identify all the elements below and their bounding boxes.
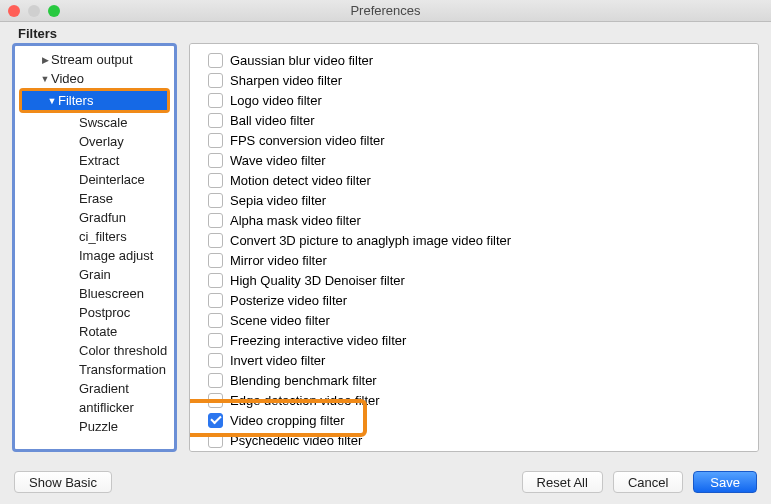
sidebar-item-transformation[interactable]: Transformation	[15, 360, 174, 379]
filter-row[interactable]: Freezing interactive video filter	[192, 330, 758, 350]
sidebar-item-stream-output[interactable]: ▶Stream output	[15, 50, 174, 69]
filter-row[interactable]: FPS conversion video filter	[192, 130, 758, 150]
reset-all-button[interactable]: Reset All	[522, 471, 603, 493]
sidebar-item-swscale[interactable]: Swscale	[15, 113, 174, 132]
filter-row[interactable]: Ball video filter	[192, 110, 758, 130]
checkbox[interactable]	[208, 53, 223, 68]
main-area: ▶Stream output▼Video▼FiltersSwscaleOverl…	[0, 43, 771, 460]
save-button[interactable]: Save	[693, 471, 757, 493]
sidebar-item-label: Rotate	[79, 324, 117, 339]
filter-label: Gaussian blur video filter	[230, 53, 373, 68]
filter-label: Scene video filter	[230, 313, 330, 328]
close-icon[interactable]	[8, 5, 20, 17]
filter-label: Freezing interactive video filter	[230, 333, 406, 348]
sidebar-item-label: ci_filters	[79, 229, 127, 244]
sidebar-item-label: Deinterlace	[79, 172, 145, 187]
filter-label: Edge detection video filter	[230, 393, 380, 408]
filter-row[interactable]: Psychedelic video filter	[192, 430, 758, 450]
zoom-icon[interactable]	[48, 5, 60, 17]
sidebar-item-label: Color threshold	[79, 343, 167, 358]
sidebar-item-rotate[interactable]: Rotate	[15, 322, 174, 341]
checkbox[interactable]	[208, 173, 223, 188]
sidebar-item-label: Postproc	[79, 305, 130, 320]
sidebar-item-overlay[interactable]: Overlay	[15, 132, 174, 151]
filter-row[interactable]: Video cropping filter	[192, 410, 758, 430]
checkbox[interactable]	[208, 293, 223, 308]
filter-label: Wave video filter	[230, 153, 326, 168]
checkbox[interactable]	[208, 373, 223, 388]
sidebar-item-bluescreen[interactable]: Bluescreen	[15, 284, 174, 303]
sidebar-item-deinterlace[interactable]: Deinterlace	[15, 170, 174, 189]
sidebar-item-gradfun[interactable]: Gradfun	[15, 208, 174, 227]
sidebar-item-label: antiflicker	[79, 400, 134, 415]
filter-label: Sepia video filter	[230, 193, 326, 208]
filter-row[interactable]: Posterize video filter	[192, 290, 758, 310]
sidebar-item-antiflicker[interactable]: antiflicker	[15, 398, 174, 417]
sidebar-item-ci-filters[interactable]: ci_filters	[15, 227, 174, 246]
checkbox[interactable]	[208, 193, 223, 208]
tutorial-highlight-sidebar: ▼Filters	[19, 88, 170, 113]
checkbox[interactable]	[208, 133, 223, 148]
sidebar-item-label: Stream output	[51, 52, 133, 67]
sidebar-item-postproc[interactable]: Postproc	[15, 303, 174, 322]
chevron-right-icon: ▶	[39, 55, 51, 65]
checkbox[interactable]	[208, 433, 223, 448]
filter-row[interactable]: Edge detection video filter	[192, 390, 758, 410]
filter-row[interactable]: Mirror video filter	[192, 250, 758, 270]
filter-row[interactable]: Invert video filter	[192, 350, 758, 370]
checkbox[interactable]	[208, 313, 223, 328]
filter-label: Mirror video filter	[230, 253, 327, 268]
sidebar-item-label: Filters	[58, 93, 93, 108]
chevron-down-icon: ▼	[46, 96, 58, 106]
filter-label: High Quality 3D Denoiser filter	[230, 273, 405, 288]
filter-row[interactable]: Gaussian blur video filter	[192, 50, 758, 70]
sidebar-item-erase[interactable]: Erase	[15, 189, 174, 208]
filter-row[interactable]: Alpha mask video filter	[192, 210, 758, 230]
sidebar-item-grain[interactable]: Grain	[15, 265, 174, 284]
sidebar-item-extract[interactable]: Extract	[15, 151, 174, 170]
filter-list[interactable]: Gaussian blur video filterSharpen video …	[189, 43, 759, 452]
checkbox[interactable]	[208, 333, 223, 348]
sidebar-item-puzzle[interactable]: Puzzle	[15, 417, 174, 436]
checkbox[interactable]	[208, 113, 223, 128]
checkbox[interactable]	[208, 393, 223, 408]
checkbox[interactable]	[208, 413, 223, 428]
filter-row[interactable]: High Quality 3D Denoiser filter	[192, 270, 758, 290]
sidebar-item-video[interactable]: ▼Video	[15, 69, 174, 88]
sidebar-tree[interactable]: ▶Stream output▼Video▼FiltersSwscaleOverl…	[12, 43, 177, 452]
sidebar-item-gradient[interactable]: Gradient	[15, 379, 174, 398]
filter-row[interactable]: Scene video filter	[192, 310, 758, 330]
sidebar-item-image-adjust[interactable]: Image adjust	[15, 246, 174, 265]
filter-label: Ball video filter	[230, 113, 315, 128]
checkbox[interactable]	[208, 73, 223, 88]
footer: Show Basic Reset All Cancel Save	[0, 460, 771, 504]
checkbox[interactable]	[208, 213, 223, 228]
filter-row[interactable]: Motion detect video filter	[192, 170, 758, 190]
checkbox[interactable]	[208, 93, 223, 108]
filter-row[interactable]: Sepia video filter	[192, 190, 758, 210]
show-basic-button[interactable]: Show Basic	[14, 471, 112, 493]
sidebar-item-label: Gradfun	[79, 210, 126, 225]
cancel-button[interactable]: Cancel	[613, 471, 683, 493]
window-title: Preferences	[0, 3, 771, 18]
sidebar-item-label: Transformation	[79, 362, 166, 377]
filter-row[interactable]: Sharpen video filter	[192, 70, 758, 90]
filter-row[interactable]: Blending benchmark filter	[192, 370, 758, 390]
filter-label: Invert video filter	[230, 353, 325, 368]
filter-label: Alpha mask video filter	[230, 213, 361, 228]
chevron-down-icon: ▼	[39, 74, 51, 84]
sidebar-item-label: Puzzle	[79, 419, 118, 434]
checkbox[interactable]	[208, 273, 223, 288]
checkbox[interactable]	[208, 233, 223, 248]
checkbox[interactable]	[208, 353, 223, 368]
sidebar-item-label: Video	[51, 71, 84, 86]
filter-row[interactable]: Convert 3D picture to anaglyph image vid…	[192, 230, 758, 250]
checkbox[interactable]	[208, 153, 223, 168]
filter-label: Psychedelic video filter	[230, 433, 362, 448]
checkbox[interactable]	[208, 253, 223, 268]
sidebar-item-color-threshold[interactable]: Color threshold	[15, 341, 174, 360]
filter-row[interactable]: Wave video filter	[192, 150, 758, 170]
sidebar-item-label: Image adjust	[79, 248, 153, 263]
filter-row[interactable]: Logo video filter	[192, 90, 758, 110]
sidebar-item-filters[interactable]: ▼Filters	[22, 91, 167, 110]
